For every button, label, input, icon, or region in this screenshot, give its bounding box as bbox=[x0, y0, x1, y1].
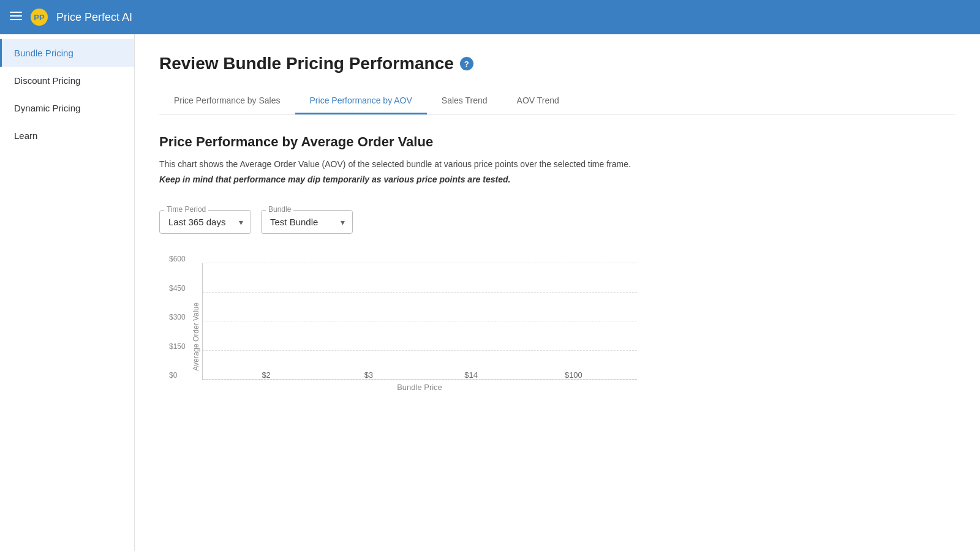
x-axis-label: Bundle Price bbox=[202, 383, 637, 392]
app-title: Price Perfect AI bbox=[56, 11, 132, 24]
page-title: Review Bundle Pricing Performance bbox=[159, 54, 454, 73]
logo-icon: PP bbox=[29, 7, 49, 27]
grid-label: $600 bbox=[169, 255, 186, 263]
tabs: Price Performance by Sales Price Perform… bbox=[159, 88, 956, 114]
bundle-label: Bundle bbox=[266, 205, 293, 214]
grid-label: $300 bbox=[169, 313, 186, 321]
y-axis-label: Average Order Value bbox=[192, 303, 200, 372]
bar-x-label: $3 bbox=[364, 370, 373, 380]
sidebar-item-bundle-pricing[interactable]: Bundle Pricing bbox=[0, 39, 134, 67]
svg-rect-2 bbox=[10, 19, 22, 20]
sidebar: Bundle Pricing Discount Pricing Dynamic … bbox=[0, 34, 135, 551]
svg-rect-0 bbox=[10, 12, 22, 13]
grid-label: $0 bbox=[169, 371, 177, 380]
svg-text:PP: PP bbox=[34, 13, 45, 22]
main-content: Review Bundle Pricing Performance ? Pric… bbox=[135, 34, 980, 551]
bar-x-label: $14 bbox=[464, 370, 478, 380]
tab-by-aov[interactable]: Price Performance by AOV bbox=[295, 88, 427, 114]
menu-icon[interactable] bbox=[10, 10, 22, 25]
topbar: PP Price Perfect AI bbox=[0, 0, 980, 34]
bar-x-label: $2 bbox=[262, 370, 270, 380]
section-title: Price Performance by Average Order Value bbox=[159, 134, 956, 150]
section-description: This chart shows the Average Order Value… bbox=[159, 157, 956, 171]
grid-label: $450 bbox=[169, 284, 186, 293]
bar-item: $100 bbox=[530, 365, 616, 380]
svg-rect-1 bbox=[10, 15, 22, 17]
time-period-group: Time Period Last 365 days bbox=[159, 199, 251, 234]
chart-inner: $600$450$300$150$0 $2$3$14$100 Bundle Pr… bbox=[202, 263, 637, 392]
chart-container: Average Order Value $600$450$300$150$0 $… bbox=[159, 251, 637, 422]
filter-controls: Time Period Last 365 days Bundle Test Bu… bbox=[159, 199, 956, 234]
sidebar-item-discount-pricing[interactable]: Discount Pricing bbox=[0, 67, 134, 94]
bar-item: $14 bbox=[428, 365, 514, 380]
main-layout: Bundle Pricing Discount Pricing Dynamic … bbox=[0, 34, 980, 551]
sidebar-item-dynamic-pricing[interactable]: Dynamic Pricing bbox=[0, 94, 134, 122]
bundle-group: Bundle Test Bundle bbox=[261, 199, 353, 234]
bar-item: $2 bbox=[224, 365, 309, 380]
tab-aov-trend[interactable]: AOV Trend bbox=[502, 88, 574, 114]
tab-by-sales[interactable]: Price Performance by Sales bbox=[159, 88, 295, 114]
grid-label: $150 bbox=[169, 342, 186, 351]
chart-grid: $600$450$300$150$0 $2$3$14$100 bbox=[202, 263, 637, 380]
section-note: Keep in mind that performance may dip te… bbox=[159, 174, 956, 184]
bar-item: $3 bbox=[326, 365, 412, 380]
help-icon[interactable]: ? bbox=[460, 57, 473, 70]
page-header: Review Bundle Pricing Performance ? bbox=[159, 54, 956, 73]
time-period-label: Time Period bbox=[164, 205, 208, 214]
sidebar-item-learn[interactable]: Learn bbox=[0, 122, 134, 149]
bar-x-label: $100 bbox=[565, 370, 582, 380]
tab-sales-trend[interactable]: Sales Trend bbox=[427, 88, 502, 114]
bars-group: $2$3$14$100 bbox=[203, 263, 637, 380]
